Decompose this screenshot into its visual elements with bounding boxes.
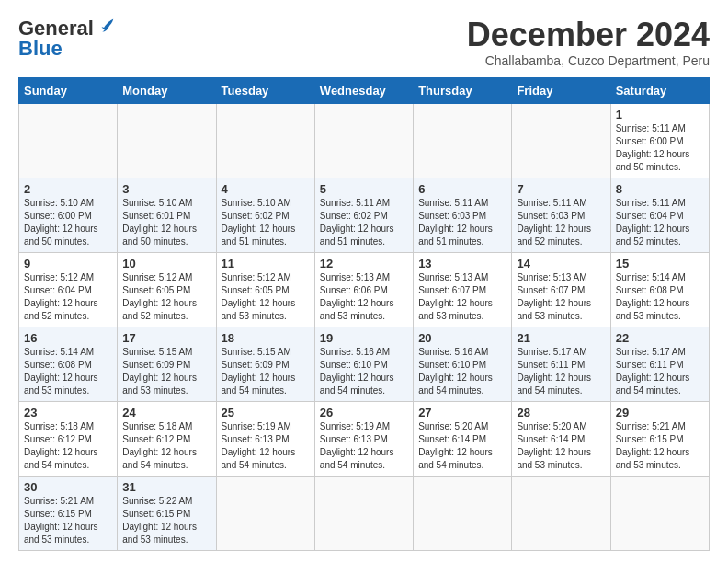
calendar-cell [314, 476, 413, 550]
calendar-cell: 27Sunrise: 5:20 AMSunset: 6:14 PMDayligh… [414, 401, 512, 476]
calendar-page: General Blue December 2024 Challabamba, … [0, 0, 728, 563]
day-number: 31 [122, 480, 210, 494]
day-number: 17 [122, 331, 210, 345]
calendar-cell: 30Sunrise: 5:21 AMSunset: 6:15 PMDayligh… [19, 476, 118, 550]
day-number: 27 [418, 406, 506, 419]
calendar-row-3: 16Sunrise: 5:14 AMSunset: 6:08 PMDayligh… [19, 327, 710, 401]
calendar-cell: 28Sunrise: 5:20 AMSunset: 6:14 PMDayligh… [512, 401, 610, 476]
day-info: Sunrise: 5:19 AMSunset: 6:13 PMDaylight:… [320, 420, 408, 472]
location: Challabamba, Cuzco Department, Peru [467, 53, 710, 68]
calendar-cell: 25Sunrise: 5:19 AMSunset: 6:13 PMDayligh… [216, 401, 314, 476]
day-info: Sunrise: 5:12 AMSunset: 6:05 PMDaylight:… [222, 271, 310, 323]
calendar-cell: 19Sunrise: 5:16 AMSunset: 6:10 PMDayligh… [314, 327, 413, 401]
day-number: 11 [222, 257, 310, 270]
calendar-cell [216, 103, 314, 178]
calendar-cell: 7Sunrise: 5:11 AMSunset: 6:03 PMDaylight… [512, 178, 610, 252]
day-number: 23 [24, 406, 112, 419]
calendar-cell [414, 476, 512, 550]
calendar-table: Sunday Monday Tuesday Wednesday Thursday… [18, 77, 710, 551]
day-number: 9 [24, 257, 112, 270]
day-number: 6 [418, 182, 506, 196]
calendar-row-1: 2Sunrise: 5:10 AMSunset: 6:00 PMDaylight… [19, 178, 710, 252]
day-number: 29 [616, 406, 704, 419]
day-number: 14 [517, 257, 605, 270]
calendar-row-0: 1Sunrise: 5:11 AMSunset: 6:00 PMDaylight… [19, 103, 710, 178]
calendar-cell: 31Sunrise: 5:22 AMSunset: 6:15 PMDayligh… [118, 476, 216, 550]
col-friday: Friday [512, 77, 610, 103]
day-info: Sunrise: 5:11 AMSunset: 6:03 PMDaylight:… [517, 197, 605, 248]
day-info: Sunrise: 5:14 AMSunset: 6:08 PMDaylight:… [24, 346, 112, 397]
calendar-cell: 5Sunrise: 5:11 AMSunset: 6:02 PMDaylight… [314, 178, 413, 252]
calendar-cell: 1Sunrise: 5:11 AMSunset: 6:00 PMDaylight… [610, 103, 709, 178]
calendar-cell: 24Sunrise: 5:18 AMSunset: 6:12 PMDayligh… [118, 401, 216, 476]
day-number: 15 [616, 257, 704, 270]
calendar-cell [512, 103, 610, 178]
calendar-cell: 11Sunrise: 5:12 AMSunset: 6:05 PMDayligh… [216, 252, 314, 327]
header: General Blue December 2024 Challabamba, … [18, 17, 710, 68]
day-number: 1 [616, 108, 704, 121]
day-info: Sunrise: 5:11 AMSunset: 6:04 PMDaylight:… [616, 197, 704, 248]
day-number: 5 [320, 182, 408, 196]
day-number: 4 [222, 182, 310, 196]
day-info: Sunrise: 5:14 AMSunset: 6:08 PMDaylight:… [616, 271, 704, 323]
calendar-cell: 16Sunrise: 5:14 AMSunset: 6:08 PMDayligh… [19, 327, 118, 401]
day-number: 16 [24, 331, 112, 345]
day-info: Sunrise: 5:15 AMSunset: 6:09 PMDaylight:… [222, 346, 310, 397]
logo: General Blue [18, 17, 116, 61]
calendar-cell: 10Sunrise: 5:12 AMSunset: 6:05 PMDayligh… [118, 252, 216, 327]
calendar-row-2: 9Sunrise: 5:12 AMSunset: 6:04 PMDaylight… [19, 252, 710, 327]
day-info: Sunrise: 5:20 AMSunset: 6:14 PMDaylight:… [517, 420, 605, 472]
day-number: 3 [122, 182, 210, 196]
col-monday: Monday [118, 77, 216, 103]
day-info: Sunrise: 5:18 AMSunset: 6:12 PMDaylight:… [122, 420, 210, 472]
day-info: Sunrise: 5:19 AMSunset: 6:13 PMDaylight:… [222, 420, 310, 472]
day-info: Sunrise: 5:18 AMSunset: 6:12 PMDaylight:… [24, 420, 112, 472]
calendar-cell: 21Sunrise: 5:17 AMSunset: 6:11 PMDayligh… [512, 327, 610, 401]
header-row: Sunday Monday Tuesday Wednesday Thursday… [19, 77, 710, 103]
calendar-row-4: 23Sunrise: 5:18 AMSunset: 6:12 PMDayligh… [19, 401, 710, 476]
day-number: 20 [418, 331, 506, 345]
calendar-cell [414, 103, 512, 178]
day-number: 30 [24, 480, 112, 494]
day-info: Sunrise: 5:15 AMSunset: 6:09 PMDaylight:… [122, 346, 210, 397]
day-info: Sunrise: 5:21 AMSunset: 6:15 PMDaylight:… [616, 420, 704, 472]
calendar-cell: 17Sunrise: 5:15 AMSunset: 6:09 PMDayligh… [118, 327, 216, 401]
calendar-cell: 3Sunrise: 5:10 AMSunset: 6:01 PMDaylight… [118, 178, 216, 252]
day-number: 26 [320, 406, 408, 419]
month-title: December 2024 [467, 17, 710, 53]
day-info: Sunrise: 5:17 AMSunset: 6:11 PMDaylight:… [616, 346, 704, 397]
day-info: Sunrise: 5:13 AMSunset: 6:07 PMDaylight:… [517, 271, 605, 323]
calendar-cell: 2Sunrise: 5:10 AMSunset: 6:00 PMDaylight… [19, 178, 118, 252]
calendar-cell [118, 103, 216, 178]
day-number: 12 [320, 257, 408, 270]
calendar-cell: 29Sunrise: 5:21 AMSunset: 6:15 PMDayligh… [610, 401, 709, 476]
day-number: 8 [616, 182, 704, 196]
logo-bird-icon [96, 17, 116, 37]
day-info: Sunrise: 5:20 AMSunset: 6:14 PMDaylight:… [418, 420, 506, 472]
day-info: Sunrise: 5:16 AMSunset: 6:10 PMDaylight:… [418, 346, 506, 397]
day-number: 24 [122, 406, 210, 419]
calendar-cell: 23Sunrise: 5:18 AMSunset: 6:12 PMDayligh… [19, 401, 118, 476]
col-thursday: Thursday [414, 77, 512, 103]
day-info: Sunrise: 5:10 AMSunset: 6:01 PMDaylight:… [122, 197, 210, 248]
calendar-cell [512, 476, 610, 550]
calendar-cell: 20Sunrise: 5:16 AMSunset: 6:10 PMDayligh… [414, 327, 512, 401]
calendar-cell [216, 476, 314, 550]
day-info: Sunrise: 5:13 AMSunset: 6:07 PMDaylight:… [418, 271, 506, 323]
day-number: 7 [517, 182, 605, 196]
logo-blue: Blue [18, 37, 63, 61]
day-info: Sunrise: 5:11 AMSunset: 6:02 PMDaylight:… [320, 197, 408, 248]
col-saturday: Saturday [610, 77, 709, 103]
day-info: Sunrise: 5:13 AMSunset: 6:06 PMDaylight:… [320, 271, 408, 323]
calendar-cell: 12Sunrise: 5:13 AMSunset: 6:06 PMDayligh… [314, 252, 413, 327]
calendar-row-5: 30Sunrise: 5:21 AMSunset: 6:15 PMDayligh… [19, 476, 710, 550]
calendar-cell [610, 476, 709, 550]
day-info: Sunrise: 5:10 AMSunset: 6:00 PMDaylight:… [24, 197, 112, 248]
day-info: Sunrise: 5:10 AMSunset: 6:02 PMDaylight:… [222, 197, 310, 248]
calendar-cell: 18Sunrise: 5:15 AMSunset: 6:09 PMDayligh… [216, 327, 314, 401]
calendar-cell: 6Sunrise: 5:11 AMSunset: 6:03 PMDaylight… [414, 178, 512, 252]
calendar-cell: 4Sunrise: 5:10 AMSunset: 6:02 PMDaylight… [216, 178, 314, 252]
calendar-cell: 22Sunrise: 5:17 AMSunset: 6:11 PMDayligh… [610, 327, 709, 401]
day-info: Sunrise: 5:11 AMSunset: 6:03 PMDaylight:… [418, 197, 506, 248]
calendar-cell: 9Sunrise: 5:12 AMSunset: 6:04 PMDaylight… [19, 252, 118, 327]
